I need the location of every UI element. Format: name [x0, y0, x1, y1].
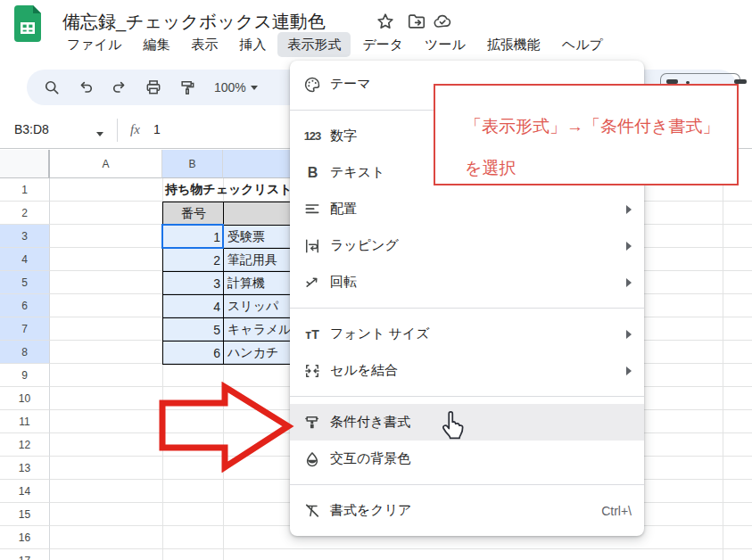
row-header-11[interactable]: 11 [0, 410, 50, 433]
row-header-16[interactable]: 16 [0, 526, 50, 549]
select-all-corner[interactable] [0, 150, 50, 178]
toolbar-buttons: 100% [41, 70, 258, 105]
clear-format-icon [302, 501, 322, 521]
font-size-icon: тT [302, 325, 322, 344]
menu-extensions[interactable]: 拡張機能 [477, 32, 550, 57]
row-header-17[interactable]: 17 [0, 549, 50, 560]
paint-format-icon[interactable] [177, 77, 198, 98]
row-header-6[interactable]: 6 [0, 294, 50, 317]
move-folder-icon[interactable] [407, 12, 426, 31]
menu-item-font-size[interactable]: тT フォント サイズ [290, 316, 644, 352]
gridline-vertical [723, 178, 723, 560]
toolbar-fragment [660, 73, 740, 84]
menu-item-alternating-colors[interactable]: 交互の背景色 [290, 441, 644, 477]
star-icon[interactable] [376, 12, 395, 31]
document-title[interactable]: 備忘録_チェックボックス連動色 [62, 10, 326, 34]
row-header-1[interactable]: 1 [0, 178, 50, 202]
row-header-10[interactable]: 10 [0, 387, 50, 410]
row-header-12[interactable]: 12 [0, 433, 50, 457]
menu-item-clear-formatting[interactable]: 書式をクリア Ctrl+\ [290, 492, 644, 529]
row-header-15[interactable]: 15 [0, 503, 50, 526]
fx-icon: fx [130, 122, 140, 137]
submenu-arrow-icon [626, 330, 632, 339]
formula-input[interactable]: 1 [153, 122, 161, 136]
menu-item-label: ラッピング [330, 237, 626, 254]
name-box-dropdown-icon[interactable] [96, 132, 103, 136]
menu-item-label: フォント サイズ [330, 325, 626, 342]
menu-bar: ファイル 編集 表示 挿入 表示形式 データ ツール 拡張機能 ヘルプ [57, 32, 613, 57]
undo-icon[interactable] [75, 77, 96, 98]
menu-data[interactable]: データ [352, 32, 413, 57]
menu-item-merge-cells[interactable]: セルを結合 [290, 352, 644, 389]
row-header-14[interactable]: 14 [0, 480, 50, 503]
row-header-7[interactable]: 7 [0, 317, 50, 341]
menu-item-align[interactable]: 配置 [290, 191, 644, 227]
row-header-2[interactable]: 2 [0, 202, 50, 225]
menu-item-conditional-formatting[interactable]: 条件付き書式 [290, 404, 644, 441]
row-header-4[interactable]: 4 [0, 248, 50, 271]
menu-item-label: セルを結合 [330, 362, 626, 379]
menu-item-label: 交互の背景色 [330, 450, 632, 467]
hand-cursor-icon [439, 409, 466, 441]
cell-c2-header[interactable] [223, 202, 300, 226]
cell-b5[interactable]: 3 [162, 271, 224, 295]
merge-cells-icon [302, 361, 322, 381]
annotation-arrow-icon [156, 382, 299, 473]
bold-text-icon: B [302, 163, 322, 183]
cell-c4[interactable]: 筆記用具 [223, 248, 300, 272]
text-wrap-icon [302, 236, 322, 256]
cell-c7[interactable]: キャラメル [223, 317, 300, 342]
cell-b4[interactable]: 2 [162, 248, 224, 272]
menu-item-label: 配置 [330, 201, 626, 218]
cell-b6[interactable]: 4 [162, 294, 224, 318]
cell-c3[interactable]: 受験票 [223, 225, 300, 249]
menu-tools[interactable]: ツール [415, 32, 475, 57]
menu-item-wrapping[interactable]: ラッピング [290, 227, 644, 264]
redo-icon[interactable] [109, 77, 130, 98]
menu-divider [290, 396, 644, 397]
cell-c5[interactable]: 計算機 [223, 271, 300, 295]
formula-bar-divider [117, 119, 118, 142]
submenu-arrow-icon [626, 366, 632, 375]
row-header-13[interactable]: 13 [0, 457, 50, 480]
cloud-check-icon[interactable] [433, 12, 452, 31]
theme-palette-icon [302, 75, 322, 95]
menu-insert[interactable]: 挿入 [229, 32, 276, 57]
row-header-9[interactable]: 9 [0, 364, 50, 387]
cell-b2-header[interactable]: 番号 [162, 202, 224, 226]
name-box[interactable]: B3:D8 [14, 122, 49, 136]
number-123-icon: 123 [302, 127, 322, 146]
cell-c6[interactable]: スリッパ [223, 294, 300, 318]
cell-b7[interactable]: 5 [162, 317, 224, 342]
menu-item-rotation[interactable]: 回転 [290, 264, 644, 301]
align-icon [302, 200, 322, 219]
row-header-5[interactable]: 5 [0, 271, 50, 294]
sheets-logo-icon[interactable] [14, 5, 41, 42]
print-icon[interactable] [143, 77, 164, 98]
menu-help[interactable]: ヘルプ [552, 32, 613, 57]
menu-divider [290, 308, 644, 309]
zoom-value: 100% [214, 80, 246, 95]
column-header-b[interactable]: B [162, 150, 223, 178]
menu-edit[interactable]: 編集 [133, 32, 179, 57]
annotation-note: 「表示形式」→「条件付き書式」 を選択 [434, 84, 739, 185]
row-header-3[interactable]: 3 [0, 225, 50, 248]
row-header-8[interactable]: 8 [0, 341, 50, 364]
column-header-a[interactable]: A [50, 150, 162, 178]
search-icon[interactable] [41, 77, 62, 98]
submenu-arrow-icon [626, 278, 632, 287]
zoom-control[interactable]: 100% [214, 80, 258, 95]
conditional-format-icon [302, 413, 322, 432]
menu-item-label: 書式をクリア [330, 502, 601, 519]
menu-file[interactable]: ファイル [57, 32, 131, 57]
annotation-line-1: 「表示形式」→「条件付き書式」 [465, 105, 737, 147]
chevron-down-icon [251, 86, 258, 90]
menu-divider [290, 484, 644, 485]
menu-view[interactable]: 表示 [181, 32, 227, 57]
cell-c8[interactable]: ハンカチ [223, 341, 300, 365]
cell-b8[interactable]: 6 [162, 341, 224, 365]
alternating-colors-icon [302, 449, 322, 469]
annotation-line-2: を選択 [465, 147, 737, 189]
menu-format[interactable]: 表示形式 [277, 32, 351, 57]
submenu-arrow-icon [626, 205, 632, 214]
